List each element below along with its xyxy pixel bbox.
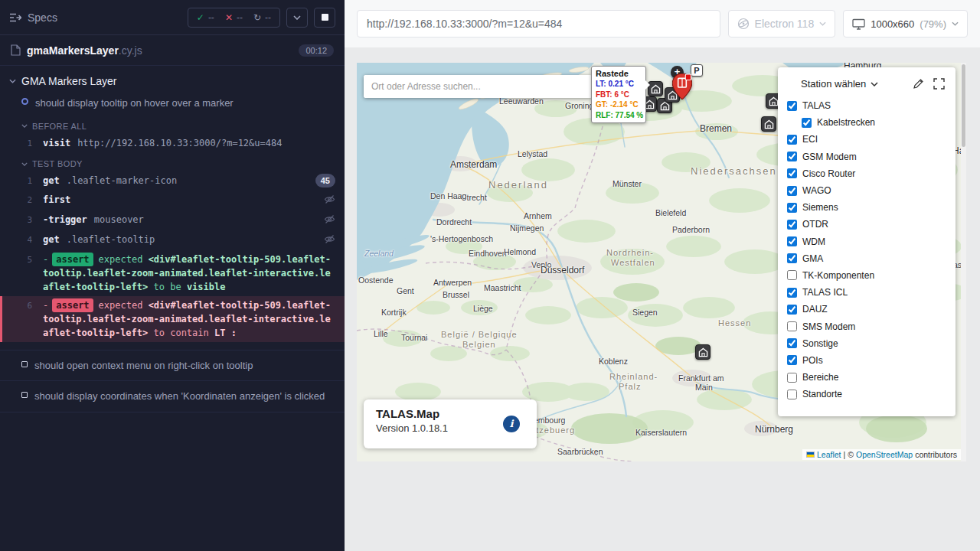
station-checkbox-row[interactable]: Sonstige bbox=[787, 335, 946, 352]
active-test-title: should display tooltip on hover over a m… bbox=[35, 96, 234, 110]
station-checkbox-row[interactable]: OTDR bbox=[787, 216, 946, 233]
station-checkbox-row[interactable]: DAUZ bbox=[787, 301, 946, 318]
command-row-get-marker[interactable]: 1 get.leaflet-marker-icon 45 bbox=[0, 171, 345, 191]
assert-failed-row[interactable]: 6 -assertexpected <div#leaflet-tooltip-5… bbox=[0, 296, 345, 342]
station-checkbox[interactable] bbox=[787, 253, 797, 263]
station-checkbox-row[interactable]: Standorte bbox=[787, 386, 946, 403]
assert-passed-row[interactable]: 5 -assertexpected <div#leaflet-tooltip-5… bbox=[0, 250, 345, 296]
station-label: Siemens bbox=[802, 202, 838, 213]
tooltip-measurement: FBT: 6 °C bbox=[596, 90, 642, 100]
station-checkbox-row[interactable]: ECI bbox=[787, 131, 946, 148]
station-checkbox[interactable] bbox=[787, 305, 797, 315]
station-checkbox-row[interactable]: Bereiche bbox=[787, 369, 946, 386]
before-all-section-header[interactable]: BEFORE ALL bbox=[0, 115, 345, 134]
command-row-first[interactable]: 2 first bbox=[0, 191, 345, 210]
app-version: Version 1.0.18.1 bbox=[376, 422, 524, 434]
active-test-row[interactable]: should display tooltip on hover over a m… bbox=[0, 92, 345, 115]
browser-label: Electron 118 bbox=[755, 18, 815, 30]
station-checkbox[interactable] bbox=[787, 135, 797, 145]
station-checkbox-row[interactable]: POIs bbox=[787, 352, 946, 369]
station-checkbox[interactable] bbox=[787, 321, 797, 331]
station-checkbox[interactable] bbox=[787, 203, 797, 213]
station-label: Standorte bbox=[802, 389, 842, 399]
chevron-down-icon[interactable] bbox=[871, 82, 878, 86]
viewport-icon bbox=[852, 18, 865, 30]
station-checkbox-row[interactable]: TALAS bbox=[787, 97, 946, 114]
pending-test-row[interactable]: should open context menu on right-click … bbox=[0, 350, 345, 382]
specs-list-icon bbox=[9, 12, 21, 23]
invisible-element-icon bbox=[324, 194, 335, 208]
station-label: ECI bbox=[802, 134, 818, 145]
app-root: Specs ✓-- ✕-- ↻-- gmaMarkersLayer.cy.js … bbox=[0, 0, 980, 551]
station-checkbox-row[interactable]: WDM bbox=[787, 233, 946, 250]
station-checkbox[interactable] bbox=[787, 373, 797, 383]
station-label: OTDR bbox=[802, 219, 828, 230]
info-icon[interactable]: i bbox=[503, 416, 520, 432]
station-checkbox[interactable] bbox=[787, 338, 797, 348]
check-icon: ✓ bbox=[197, 13, 204, 22]
station-checkbox-row[interactable]: TALAS ICL bbox=[787, 284, 946, 301]
station-checkbox-row[interactable]: Kabelstrecken bbox=[802, 114, 946, 131]
suite-header[interactable]: GMA Markers Layer bbox=[0, 66, 345, 92]
command-row-get-tooltip[interactable]: 4 get.leaflet-tooltip bbox=[0, 230, 345, 250]
invisible-element-icon bbox=[324, 234, 335, 248]
station-checkbox[interactable] bbox=[787, 288, 797, 298]
station-house-icon bbox=[764, 119, 774, 129]
command-row-visit[interactable]: 1 visithttp://192.168.10.33:3000/?m=12&u… bbox=[0, 134, 345, 153]
station-checkbox[interactable] bbox=[787, 101, 797, 111]
aut-header: Electron 118 1000x660 (79%) bbox=[345, 0, 980, 47]
viewport-selector[interactable]: 1000x660 (79%) bbox=[843, 10, 968, 37]
station-checkbox-row[interactable]: Cisco Router bbox=[787, 165, 946, 182]
stop-run-button[interactable] bbox=[314, 8, 335, 28]
pending-test-row[interactable]: should display coordinates when 'Koordin… bbox=[0, 381, 345, 412]
station-label: Cisco Router bbox=[802, 168, 855, 179]
station-checkbox-row[interactable]: Siemens bbox=[787, 199, 946, 216]
station-checkbox[interactable] bbox=[787, 355, 797, 365]
browser-selector[interactable]: Electron 118 bbox=[728, 10, 836, 37]
station-checkbox-row[interactable]: TK-Komponenten bbox=[787, 267, 946, 284]
station-checkbox[interactable] bbox=[787, 390, 797, 399]
alarm-marker[interactable] bbox=[672, 73, 692, 99]
scrollbar-thumb[interactable] bbox=[962, 64, 965, 147]
station-checkbox-row[interactable]: SMS Modem bbox=[787, 318, 946, 334]
station-checkbox[interactable] bbox=[787, 186, 797, 196]
tooltip-measurement: LT: 0.21 °C bbox=[596, 79, 642, 90]
specs-menu-button[interactable]: Specs bbox=[9, 11, 57, 24]
station-checkbox[interactable] bbox=[787, 168, 797, 178]
fullscreen-icon[interactable] bbox=[933, 78, 945, 90]
test-body-section-header[interactable]: TEST BODY bbox=[0, 152, 345, 171]
station-checkbox[interactable] bbox=[787, 152, 797, 161]
edit-pencil-icon[interactable] bbox=[913, 78, 924, 90]
station-marker[interactable] bbox=[761, 116, 776, 132]
aut-scrollbar[interactable] bbox=[961, 63, 966, 461]
station-layer-panel: Station wählen TALASKabelstreckenECIGSM … bbox=[778, 67, 956, 416]
marker-tooltip[interactable]: Rastede LT: 0.21 °CFBT: 6 °CGT: -2.14 °C… bbox=[591, 66, 646, 123]
station-checkbox[interactable] bbox=[787, 270, 797, 280]
leaflet-map[interactable]: HamburgBremenNiedersachsenHannoveGroning… bbox=[357, 63, 966, 461]
tooltip-values: LT: 0.21 °CFBT: 6 °CGT: -2.14 °CRLF: 77.… bbox=[596, 79, 642, 120]
station-checkbox-row[interactable]: GSM Modem bbox=[787, 148, 946, 165]
station-checkbox-row[interactable]: WAGO bbox=[787, 182, 946, 199]
reporter-header: Specs ✓-- ✕-- ↻-- bbox=[0, 0, 345, 35]
station-marker[interactable] bbox=[695, 344, 710, 360]
station-checkbox[interactable] bbox=[787, 220, 797, 230]
file-icon bbox=[11, 44, 21, 56]
caret-down-icon bbox=[21, 124, 28, 128]
leaflet-link[interactable]: Leaflet bbox=[817, 450, 841, 459]
station-checkbox[interactable] bbox=[802, 118, 812, 128]
command-method: visit bbox=[43, 138, 70, 148]
station-marker[interactable] bbox=[648, 81, 663, 96]
station-label: Bereiche bbox=[802, 372, 838, 383]
station-checkbox-row[interactable]: GMA bbox=[787, 250, 946, 267]
command-row-trigger[interactable]: 3 -triggermouseover bbox=[0, 210, 345, 230]
viewport-size: 1000x660 bbox=[871, 18, 914, 30]
osm-link[interactable]: OpenStreetMap bbox=[856, 450, 913, 459]
parking-marker[interactable]: P bbox=[691, 64, 703, 77]
station-select-label[interactable]: Station wählen bbox=[801, 78, 866, 90]
search-input[interactable] bbox=[364, 75, 592, 98]
url-bar[interactable] bbox=[357, 10, 720, 37]
spec-file-row: gmaMarkersLayer.cy.js 00:12 bbox=[0, 35, 345, 66]
collapse-all-button[interactable] bbox=[286, 8, 308, 28]
stat-pending: ↻-- bbox=[248, 12, 276, 23]
station-checkbox[interactable] bbox=[787, 236, 797, 246]
